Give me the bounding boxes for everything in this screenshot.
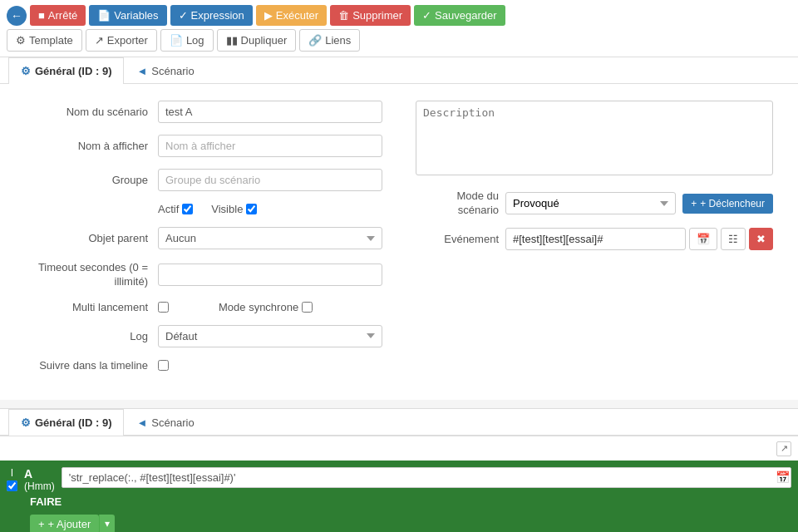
main-content: Nom du scénario Nom à afficher Groupe Ac… xyxy=(0,84,798,400)
groupe-label: Groupe xyxy=(25,174,158,186)
tab-scenario-label: Scénario xyxy=(151,65,194,77)
caret-icon: ▾ xyxy=(105,518,110,530)
supprimer-button[interactable]: 🗑 Supprimer xyxy=(330,5,411,26)
liens-button[interactable]: 🔗 Liens xyxy=(299,29,360,52)
log-row: Log Défaut xyxy=(25,325,382,347)
arrete-label: Arrêté xyxy=(48,9,77,22)
mode-synchrone-label: Mode synchrone xyxy=(219,301,313,313)
mode-scenario-select[interactable]: Provoqué xyxy=(505,192,676,214)
log-select[interactable]: Défaut xyxy=(158,325,382,347)
expression-button[interactable]: ✓ Expression xyxy=(170,5,253,26)
executer-button[interactable]: ▶ Exécuter xyxy=(256,5,327,26)
evenement-row: Evénement 📅 ☷ ✖ xyxy=(416,228,773,250)
log-icon: 📄 xyxy=(170,34,183,47)
link-icon: 🔗 xyxy=(308,34,322,47)
sauvegarder-label: Sauvegarder xyxy=(435,9,496,22)
supprimer-label: Supprimer xyxy=(352,9,402,22)
ajouter-button[interactable]: + + Ajouter xyxy=(30,515,99,532)
play-icon: ▶ xyxy=(264,9,273,22)
nom-afficher-input[interactable] xyxy=(158,135,382,157)
mode-synchrone-checkbox[interactable] xyxy=(302,302,313,313)
timeout-row: Timeout secondes (0 = illimité) xyxy=(25,261,382,289)
evenement-input[interactable] xyxy=(505,228,686,250)
ajouter-caret-button[interactable]: ▾ xyxy=(99,515,115,532)
timeout-input[interactable] xyxy=(158,264,382,286)
scenario-calendar-button[interactable]: 📅 xyxy=(776,470,790,484)
groupe-input[interactable] xyxy=(158,169,382,191)
actif-checkbox[interactable] xyxy=(182,204,193,214)
variables-label: Variables xyxy=(114,9,158,22)
timeline-checkbox[interactable] xyxy=(158,360,169,371)
multi-lancement-row: Multi lancement Mode synchrone xyxy=(25,301,382,313)
bottom-tabs: ⚙ Général (ID : 9) ◄ Scénario xyxy=(0,408,798,436)
objet-parent-row: Objet parent Aucun xyxy=(25,227,382,249)
description-textarea[interactable] xyxy=(416,101,773,175)
mode-scenario-row: Mode du scénario Provoqué + + Déclencheu… xyxy=(416,190,773,218)
scenario-checkbox-wrap: I xyxy=(7,467,17,491)
log-button[interactable]: 📄 Log xyxy=(160,29,214,52)
toolbar-right: ⚙ Template ↗ Exporter 📄 Log ▮▮ Dupliquer… xyxy=(7,29,360,52)
form-right: Mode du scénario Provoqué + + Déclencheu… xyxy=(416,101,773,383)
tab-scenario-bottom[interactable]: ◄ Scénario xyxy=(124,409,206,436)
nom-scenario-input[interactable] xyxy=(158,101,382,123)
form-section: Nom du scénario Nom à afficher Groupe Ac… xyxy=(25,101,773,383)
executer-label: Exécuter xyxy=(276,9,318,22)
faire-label: FAIRE xyxy=(7,492,791,511)
check-icon: ✓ xyxy=(179,9,188,22)
timeline-label: Suivre dans la timeline xyxy=(25,359,158,372)
timeline-row: Suivre dans la timeline xyxy=(25,359,382,372)
top-tabs: ⚙ Général (ID : 9) ◄ Scénario xyxy=(0,57,798,84)
scenario-index-label: I xyxy=(11,467,13,479)
declencheur-button[interactable]: + + Déclencheur xyxy=(682,194,773,214)
evenement-input-group: 📅 ☷ ✖ xyxy=(505,228,773,250)
objet-parent-select[interactable]: Aucun xyxy=(158,227,382,249)
scenario-bottom-icon: ◄ xyxy=(136,416,147,429)
declencheur-label: + Déclencheur xyxy=(700,198,765,209)
multi-lancement-group: Mode synchrone xyxy=(158,301,382,313)
actif-visible-row: Actif Visible xyxy=(25,203,382,215)
visible-checkbox[interactable] xyxy=(246,204,257,214)
ajouter-plus-icon: + xyxy=(38,518,45,530)
mode-synchrone-text: Mode synchrone xyxy=(219,301,298,313)
scenario-active-checkbox[interactable] xyxy=(7,480,17,491)
tab-scenario[interactable]: ◄ Scénario xyxy=(124,57,206,84)
variables-button[interactable]: 📄 Variables xyxy=(89,5,166,26)
plus-icon: + xyxy=(691,198,697,209)
general-icon: ⚙ xyxy=(21,65,31,77)
form-left: Nom du scénario Nom à afficher Groupe Ac… xyxy=(25,101,382,383)
nom-afficher-row: Nom à afficher xyxy=(25,135,382,157)
log-label: Log xyxy=(186,34,204,47)
multi-lancement-checkbox[interactable] xyxy=(158,302,169,313)
evenement-table-button[interactable]: ☷ xyxy=(721,228,746,250)
ajouter-group: + + Ajouter ▾ xyxy=(30,515,115,532)
sauvegarder-button[interactable]: ✓ Sauvegarder xyxy=(414,5,505,26)
scenario-hmm-label: (Hmm) xyxy=(24,480,55,492)
expression-label: Expression xyxy=(191,9,244,22)
dupliquer-button[interactable]: ▮▮ Dupliquer xyxy=(217,29,297,52)
save-icon: ✓ xyxy=(422,9,431,22)
exporter-label: Exporter xyxy=(107,34,148,47)
template-icon: ⚙ xyxy=(16,34,26,47)
expand-icon[interactable]: ↗ xyxy=(776,441,791,456)
copy-icon: ▮▮ xyxy=(226,34,238,47)
mode-scenario-label: Mode du scénario xyxy=(416,190,499,218)
evenement-calendar-button[interactable]: 📅 xyxy=(689,228,717,250)
tab-general-bottom[interactable]: ⚙ Général (ID : 9) xyxy=(8,409,124,436)
scenario-text-input[interactable] xyxy=(62,467,791,488)
add-btn-wrap: + + Ajouter ▾ xyxy=(7,511,791,532)
variables-icon: 📄 xyxy=(97,9,111,22)
toolbar-left: ← ■ Arrêté 📄 Variables ✓ Expression ▶ Ex… xyxy=(7,5,791,26)
tab-general-label: Général (ID : 9) xyxy=(35,65,111,77)
arrete-button[interactable]: ■ Arrêté xyxy=(30,5,86,26)
template-button[interactable]: ⚙ Template xyxy=(7,29,82,52)
toolbar: ← ■ Arrêté 📄 Variables ✓ Expression ▶ Ex… xyxy=(0,0,798,57)
nom-afficher-label: Nom à afficher xyxy=(25,140,158,152)
evenement-remove-button[interactable]: ✖ xyxy=(749,228,773,250)
tab-general-bottom-label: Général (ID : 9) xyxy=(35,416,111,429)
actif-checkbox-label: Actif xyxy=(158,203,193,215)
tab-general[interactable]: ⚙ Général (ID : 9) xyxy=(8,57,124,84)
back-button[interactable]: ← xyxy=(7,6,27,26)
exporter-button[interactable]: ↗ Exporter xyxy=(86,29,157,52)
evenement-label: Evénement xyxy=(416,233,499,245)
timeout-label: Timeout secondes (0 = illimité) xyxy=(25,261,158,289)
